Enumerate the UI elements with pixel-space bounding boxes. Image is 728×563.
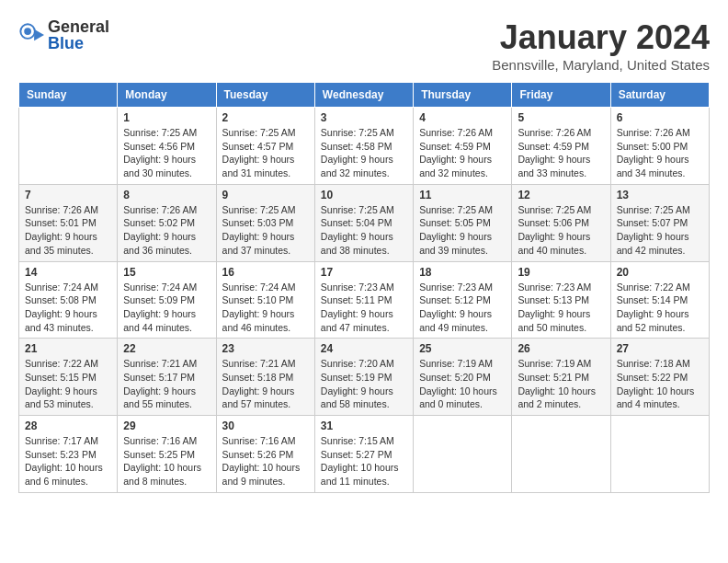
day-info: Sunrise: 7:24 AMSunset: 5:08 PMDaylight:… (25, 281, 111, 335)
day-info: Sunrise: 7:25 AMSunset: 4:56 PMDaylight:… (123, 126, 210, 180)
col-header-thursday: Thursday (414, 83, 512, 108)
day-info: Sunrise: 7:16 AMSunset: 5:26 PMDaylight:… (222, 434, 309, 488)
day-number: 20 (617, 266, 703, 279)
calendar-cell: 19Sunrise: 7:23 AMSunset: 5:13 PMDayligh… (512, 261, 610, 339)
day-number: 28 (25, 419, 111, 432)
day-number: 6 (617, 111, 703, 124)
calendar-cell: 16Sunrise: 7:24 AMSunset: 5:10 PMDayligh… (216, 261, 314, 339)
calendar-cell: 18Sunrise: 7:23 AMSunset: 5:12 PMDayligh… (414, 261, 512, 339)
calendar-cell: 1Sunrise: 7:25 AMSunset: 4:56 PMDaylight… (118, 108, 216, 185)
day-number: 9 (222, 189, 309, 201)
day-number: 26 (518, 342, 604, 355)
day-info: Sunrise: 7:17 AMSunset: 5:23 PMDaylight:… (25, 434, 111, 488)
day-info: Sunrise: 7:26 AMSunset: 5:02 PMDaylight:… (123, 203, 210, 258)
day-info: Sunrise: 7:16 AMSunset: 5:25 PMDaylight:… (123, 434, 210, 488)
day-info: Sunrise: 7:25 AMSunset: 4:58 PMDaylight:… (321, 126, 407, 180)
calendar-cell: 22Sunrise: 7:21 AMSunset: 5:17 PMDayligh… (118, 339, 216, 416)
day-info: Sunrise: 7:26 AMSunset: 4:59 PMDaylight:… (518, 126, 604, 180)
calendar-cell: 7Sunrise: 7:26 AMSunset: 5:01 PMDaylight… (19, 184, 118, 261)
day-number: 22 (123, 342, 210, 355)
calendar-cell: 17Sunrise: 7:23 AMSunset: 5:11 PMDayligh… (314, 261, 413, 339)
calendar-cell: 12Sunrise: 7:25 AMSunset: 5:06 PMDayligh… (512, 184, 610, 261)
day-number: 25 (419, 342, 506, 355)
day-number: 19 (518, 266, 604, 279)
calendar-cell: 20Sunrise: 7:22 AMSunset: 5:14 PMDayligh… (610, 261, 709, 339)
calendar-cell: 8Sunrise: 7:26 AMSunset: 5:02 PMDaylight… (118, 184, 216, 261)
day-info: Sunrise: 7:26 AMSunset: 5:00 PMDaylight:… (617, 126, 703, 180)
page-header: General Blue January 2024 Bennsville, Ma… (18, 18, 710, 73)
day-info: Sunrise: 7:24 AMSunset: 5:10 PMDaylight:… (222, 281, 309, 335)
calendar-cell: 4Sunrise: 7:26 AMSunset: 4:59 PMDaylight… (414, 108, 512, 185)
svg-point-1 (24, 28, 31, 35)
day-number: 13 (617, 189, 703, 201)
day-number: 16 (222, 266, 309, 279)
logo-icon (18, 22, 44, 48)
logo: General Blue (18, 18, 109, 52)
day-number: 11 (419, 189, 506, 201)
day-number: 7 (25, 189, 111, 201)
day-number: 27 (617, 342, 703, 355)
calendar-cell: 6Sunrise: 7:26 AMSunset: 5:00 PMDaylight… (610, 108, 709, 185)
day-number: 24 (321, 342, 407, 355)
day-info: Sunrise: 7:26 AMSunset: 4:59 PMDaylight:… (419, 126, 506, 180)
calendar-cell (19, 108, 118, 185)
day-number: 23 (222, 342, 309, 355)
day-number: 3 (321, 111, 407, 124)
day-info: Sunrise: 7:19 AMSunset: 5:20 PMDaylight:… (419, 357, 506, 411)
day-number: 4 (419, 111, 506, 124)
day-info: Sunrise: 7:23 AMSunset: 5:12 PMDaylight:… (419, 281, 506, 335)
day-info: Sunrise: 7:25 AMSunset: 5:06 PMDaylight:… (518, 203, 604, 258)
col-header-tuesday: Tuesday (216, 83, 314, 108)
day-info: Sunrise: 7:25 AMSunset: 5:04 PMDaylight:… (321, 203, 407, 258)
col-header-saturday: Saturday (610, 83, 709, 108)
logo-blue-text: Blue (48, 34, 84, 52)
calendar-cell: 30Sunrise: 7:16 AMSunset: 5:26 PMDayligh… (216, 416, 314, 493)
day-number: 10 (321, 189, 407, 201)
calendar-cell: 9Sunrise: 7:25 AMSunset: 5:03 PMDaylight… (216, 184, 314, 261)
day-info: Sunrise: 7:21 AMSunset: 5:18 PMDaylight:… (222, 357, 309, 411)
day-number: 2 (222, 111, 309, 124)
calendar-cell: 27Sunrise: 7:18 AMSunset: 5:22 PMDayligh… (610, 339, 709, 416)
col-header-monday: Monday (118, 83, 216, 108)
day-info: Sunrise: 7:23 AMSunset: 5:13 PMDaylight:… (518, 281, 604, 335)
day-info: Sunrise: 7:25 AMSunset: 5:05 PMDaylight:… (419, 203, 506, 258)
title-block: January 2024 Bennsville, Maryland, Unite… (492, 18, 710, 73)
day-info: Sunrise: 7:18 AMSunset: 5:22 PMDaylight:… (617, 357, 703, 411)
day-number: 8 (123, 189, 210, 201)
col-header-friday: Friday (512, 83, 610, 108)
calendar-cell: 21Sunrise: 7:22 AMSunset: 5:15 PMDayligh… (19, 339, 118, 416)
calendar-cell: 15Sunrise: 7:24 AMSunset: 5:09 PMDayligh… (118, 261, 216, 339)
location-text: Bennsville, Maryland, United States (492, 57, 710, 73)
day-info: Sunrise: 7:25 AMSunset: 5:07 PMDaylight:… (617, 203, 703, 258)
day-info: Sunrise: 7:21 AMSunset: 5:17 PMDaylight:… (123, 357, 210, 411)
calendar-cell (512, 416, 610, 493)
day-number: 18 (419, 266, 506, 279)
col-header-wednesday: Wednesday (314, 83, 413, 108)
calendar-cell: 23Sunrise: 7:21 AMSunset: 5:18 PMDayligh… (216, 339, 314, 416)
calendar-cell: 14Sunrise: 7:24 AMSunset: 5:08 PMDayligh… (19, 261, 118, 339)
month-title: January 2024 (492, 18, 710, 57)
day-number: 15 (123, 266, 210, 279)
calendar-cell (414, 416, 512, 493)
day-number: 12 (518, 189, 604, 201)
calendar-cell: 5Sunrise: 7:26 AMSunset: 4:59 PMDaylight… (512, 108, 610, 185)
calendar-cell: 29Sunrise: 7:16 AMSunset: 5:25 PMDayligh… (118, 416, 216, 493)
calendar-cell: 28Sunrise: 7:17 AMSunset: 5:23 PMDayligh… (19, 416, 118, 493)
calendar-cell: 31Sunrise: 7:15 AMSunset: 5:27 PMDayligh… (314, 416, 413, 493)
day-info: Sunrise: 7:22 AMSunset: 5:15 PMDaylight:… (25, 357, 111, 411)
calendar-cell: 11Sunrise: 7:25 AMSunset: 5:05 PMDayligh… (414, 184, 512, 261)
calendar-cell (610, 416, 709, 493)
svg-marker-2 (34, 29, 44, 40)
calendar-cell: 10Sunrise: 7:25 AMSunset: 5:04 PMDayligh… (314, 184, 413, 261)
day-info: Sunrise: 7:25 AMSunset: 5:03 PMDaylight:… (222, 203, 309, 258)
logo-general-text: General (48, 17, 109, 36)
day-number: 1 (123, 111, 210, 124)
day-number: 31 (321, 419, 407, 432)
day-info: Sunrise: 7:26 AMSunset: 5:01 PMDaylight:… (25, 203, 111, 258)
calendar-cell: 24Sunrise: 7:20 AMSunset: 5:19 PMDayligh… (314, 339, 413, 416)
calendar-cell: 13Sunrise: 7:25 AMSunset: 5:07 PMDayligh… (610, 184, 709, 261)
day-number: 29 (123, 419, 210, 432)
day-number: 5 (518, 111, 604, 124)
col-header-sunday: Sunday (19, 83, 118, 108)
day-info: Sunrise: 7:15 AMSunset: 5:27 PMDaylight:… (321, 434, 407, 488)
